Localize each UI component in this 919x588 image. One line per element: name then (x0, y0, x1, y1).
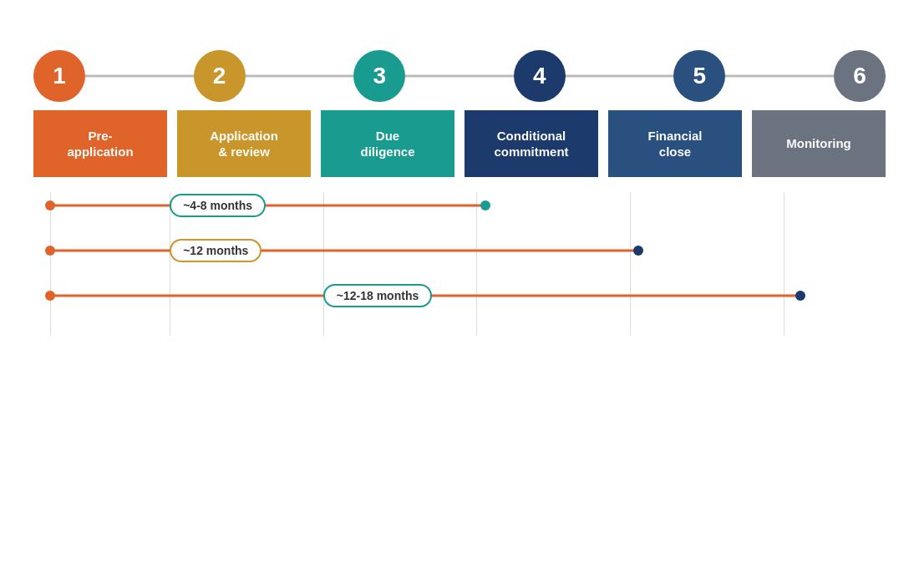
stage-card-6: Monitoring (752, 110, 886, 177)
step-circle-5: 5 (673, 50, 725, 102)
step-circle-3: 3 (353, 50, 405, 102)
gantt-row-2: ~12 months (33, 237, 886, 264)
timeline-row: 123456 (33, 50, 886, 102)
stage-card-3: Duediligence (321, 110, 454, 177)
step-circle-1: 1 (33, 50, 85, 102)
gantt-dot-left-1 (45, 200, 55, 210)
stage-card-5: Financialclose (608, 110, 742, 177)
gantt-dot-left-2 (45, 246, 55, 256)
gantt-area: ~4-8 months~12 months~12-18 months (33, 192, 886, 336)
gantt-label-3: ~12-18 months (323, 284, 432, 307)
gantt-dot-right-2 (633, 246, 643, 256)
gantt-line-2 (50, 250, 638, 252)
page-container: 123456 Pre-applicationApplication& revie… (0, 0, 919, 588)
step-circle-6: 6 (834, 50, 886, 102)
gantt-label-2: ~12 months (170, 239, 261, 262)
gantt-line-1 (50, 205, 485, 207)
gantt-chart: ~4-8 months~12 months~12-18 months (33, 192, 886, 336)
gantt-row-1: ~4-8 months (33, 192, 886, 219)
stage-card-2: Application& review (177, 110, 311, 177)
stage-card-4: Conditionalcommitment (465, 110, 598, 177)
gantt-dot-left-3 (45, 291, 55, 301)
stage-card-1: Pre-application (33, 110, 167, 177)
step-circle-4: 4 (514, 50, 566, 102)
cards-row: Pre-applicationApplication& reviewDuedil… (33, 110, 886, 177)
gantt-row-3: ~12-18 months (33, 282, 886, 309)
steps-row: 123456 (33, 50, 886, 102)
gantt-dot-right-1 (480, 200, 490, 210)
step-circle-2: 2 (194, 50, 246, 102)
gantt-label-1: ~4-8 months (170, 194, 266, 217)
gantt-dot-right-3 (795, 291, 805, 301)
